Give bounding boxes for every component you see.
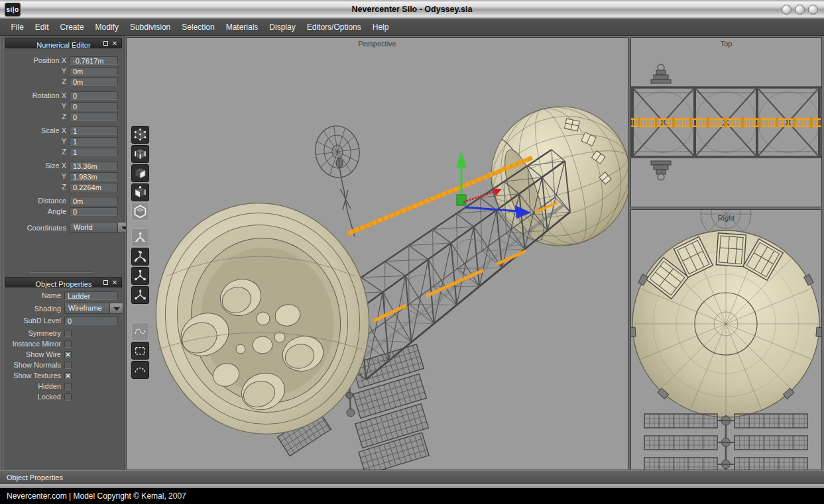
- numerical-editor-titlebar[interactable]: Numerical Editor: [5, 38, 122, 48]
- field-label-z: Z: [0, 183, 66, 191]
- window-title: Nevercenter Silo - Odyssey.sia: [352, 0, 473, 19]
- panel-title: Object Properties: [36, 280, 92, 288]
- checkbox-label-locked: Locked: [0, 393, 61, 401]
- field-input-z[interactable]: [70, 183, 118, 191]
- field-label-angle: Angle: [0, 207, 66, 215]
- field-label-y: Y: [0, 102, 66, 110]
- menu-item-create[interactable]: Create: [54, 19, 89, 36]
- menu-item-modify[interactable]: Modify: [89, 19, 124, 36]
- top-canvas[interactable]: [631, 38, 821, 207]
- panel-grip[interactable]: [0, 36, 5, 470]
- field-input-rotation-x[interactable]: [70, 91, 118, 100]
- window-button-3[interactable]: [808, 5, 818, 15]
- window-button-1[interactable]: [782, 5, 792, 15]
- field-input-distance[interactable]: [70, 197, 118, 205]
- title-bar[interactable]: si|o Nevercenter Silo - Odyssey.sia: [0, 0, 824, 19]
- vertex-mode-button[interactable]: [131, 126, 149, 144]
- footer-bar: Nevercenter.com | Model Copyright © Kema…: [0, 488, 824, 504]
- window-button-2[interactable]: [795, 5, 805, 15]
- move-tool-icon: [133, 230, 147, 244]
- top-viewport[interactable]: Top: [630, 37, 822, 207]
- checkbox-row: Show Wire: [5, 350, 122, 360]
- field-label-z: Z: [0, 148, 66, 156]
- numerical-editor-panel: Numerical Editor Position XYZRotation XY…: [5, 38, 122, 234]
- coordinates-dropdown[interactable]: World: [70, 222, 131, 233]
- menu-item-edit[interactable]: Edit: [29, 19, 54, 36]
- object-mode-button[interactable]: [131, 203, 149, 221]
- panel-divider[interactable]: [30, 271, 93, 273]
- field-input-position-x[interactable]: [70, 56, 118, 65]
- top-viewport-label: Top: [631, 40, 821, 48]
- right-viewport[interactable]: Right: [630, 209, 822, 470]
- close-icon[interactable]: [111, 39, 118, 48]
- checkbox-instance-mirror[interactable]: [64, 340, 72, 348]
- field-input-z[interactable]: [70, 148, 118, 156]
- subd-level-input[interactable]: [64, 317, 118, 325]
- numeric-field-row: Size X: [5, 161, 122, 172]
- checkbox-symmetry[interactable]: [64, 330, 72, 337]
- silo-logo-icon: si|o: [5, 3, 21, 17]
- perspective-canvas[interactable]: [127, 38, 628, 470]
- field-input-y[interactable]: [70, 172, 118, 181]
- field-input-scale-x[interactable]: [70, 126, 118, 135]
- name-input[interactable]: [64, 291, 118, 300]
- field-input-z[interactable]: [70, 113, 118, 121]
- face-mode-icon: [133, 166, 147, 180]
- left-panel-column: Numerical Editor Position XYZRotation XY…: [0, 36, 125, 470]
- numeric-field-row: Z: [5, 182, 122, 193]
- rect-select-icon: [133, 344, 147, 358]
- field-label-rotation-x: Rotation X: [0, 91, 66, 99]
- field-input-size-x[interactable]: [70, 162, 118, 170]
- rotate-tool-button[interactable]: [131, 248, 149, 266]
- face-mode-button[interactable]: [131, 164, 149, 182]
- close-icon[interactable]: [111, 278, 118, 287]
- menu-item-help[interactable]: Help: [367, 19, 394, 36]
- checkbox-row: Locked: [5, 392, 122, 403]
- checkbox-show-textures[interactable]: [64, 372, 72, 379]
- edge-mode-button[interactable]: [131, 145, 149, 163]
- freeform-select-button[interactable]: [131, 323, 149, 340]
- numeric-field-row: Y: [5, 172, 122, 182]
- rect-select-button[interactable]: [131, 342, 149, 360]
- status-text: Object Properties: [0, 474, 63, 481]
- freeform-select-icon: [133, 325, 147, 338]
- field-label-y: Y: [0, 137, 66, 145]
- field-label-size-x: Size X: [0, 162, 66, 170]
- subd-level-label: SubD Level: [0, 317, 61, 325]
- menu-item-materials[interactable]: Materials: [220, 19, 264, 36]
- checkbox-hidden[interactable]: [64, 383, 72, 390]
- object-properties-titlebar[interactable]: Object Properties: [5, 277, 122, 287]
- field-input-y[interactable]: [70, 102, 118, 111]
- right-canvas[interactable]: [631, 210, 821, 470]
- menu-item-selection[interactable]: Selection: [176, 19, 220, 36]
- multi-mode-button[interactable]: [131, 183, 149, 201]
- numeric-field-row: Z: [5, 77, 122, 87]
- field-input-y[interactable]: [70, 67, 118, 76]
- checkbox-row: Hidden: [5, 381, 122, 392]
- chevron-down-icon[interactable]: [109, 303, 123, 313]
- perspective-viewport[interactable]: Perspective: [126, 37, 628, 470]
- minimize-icon[interactable]: [103, 41, 108, 46]
- field-label-y: Y: [0, 172, 66, 180]
- field-input-angle[interactable]: [70, 207, 118, 216]
- shading-dropdown[interactable]: Wireframe: [64, 303, 123, 314]
- paint-select-icon: [133, 363, 147, 377]
- paint-select-button[interactable]: [131, 361, 149, 379]
- checkbox-show-normals[interactable]: [64, 362, 72, 369]
- numeric-field-row: Y: [5, 101, 122, 112]
- menu-item-display[interactable]: Display: [264, 19, 301, 36]
- right-viewport-label: Right: [631, 214, 821, 222]
- field-input-y[interactable]: [70, 137, 118, 146]
- menu-item-subdivision[interactable]: Subdivision: [124, 19, 176, 36]
- footer-text: Nevercenter.com | Model Copyright © Kema…: [0, 491, 186, 501]
- checkbox-locked[interactable]: [64, 393, 72, 401]
- menu-item-file[interactable]: File: [5, 19, 29, 36]
- scale-tool-button[interactable]: [131, 267, 149, 285]
- minimize-icon[interactable]: [103, 280, 108, 285]
- universal-manipulator-button[interactable]: [131, 286, 149, 304]
- field-input-z[interactable]: [70, 77, 118, 86]
- move-tool-button[interactable]: [131, 228, 149, 246]
- checkbox-show-wire[interactable]: [64, 351, 72, 358]
- menu-item-editors-options[interactable]: Editors/Options: [301, 19, 367, 36]
- numeric-field-row: Angle: [5, 207, 122, 217]
